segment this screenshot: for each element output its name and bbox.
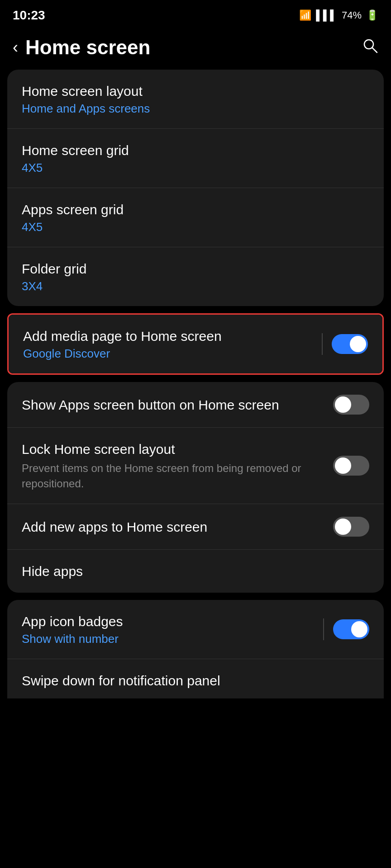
setting-text-apps-grid: Apps screen grid 4X5 xyxy=(22,201,369,234)
setting-subtitle-folder-grid: 3X4 xyxy=(22,279,369,293)
toggle-knob-lock xyxy=(335,458,351,474)
svg-line-1 xyxy=(372,48,377,52)
setting-title-media: Add media page to Home screen xyxy=(23,327,313,345)
setting-text-lock: Lock Home screen layout Prevent items on… xyxy=(22,440,326,491)
setting-subtitle-badges: Show with number xyxy=(22,632,314,646)
setting-text-home-grid: Home screen grid 4X5 xyxy=(22,142,369,175)
section-badges: App icon badges Show with number Swipe d… xyxy=(7,600,384,698)
section-toggles: Show Apps screen button on Home screen L… xyxy=(7,382,384,593)
wifi-icon: 📶 xyxy=(299,9,311,21)
setting-title-layout: Home screen layout xyxy=(22,82,369,100)
setting-subtitle-home-grid: 4X5 xyxy=(22,161,369,175)
setting-title-swipe: Swipe down for notification panel xyxy=(22,672,369,689)
status-bar: 10:23 📶 ▌▌▌ 74% 🔋 xyxy=(0,0,391,27)
toggle-knob-badges xyxy=(351,621,367,637)
setting-title-badges: App icon badges xyxy=(22,613,314,630)
setting-add-media-page[interactable]: Add media page to Home screen Google Dis… xyxy=(9,315,382,373)
battery-icon: 🔋 xyxy=(366,9,378,21)
battery-level: 74% xyxy=(342,9,362,21)
toggle-media-page[interactable] xyxy=(332,334,368,354)
setting-title-apps-grid: Apps screen grid xyxy=(22,201,369,218)
setting-subtitle-apps-grid: 4X5 xyxy=(22,220,369,234)
status-time: 10:23 xyxy=(13,8,45,23)
setting-title-add-apps: Add new apps to Home screen xyxy=(22,518,333,536)
toggle-add-apps[interactable] xyxy=(333,517,369,537)
setting-folder-grid[interactable]: Folder grid 3X4 xyxy=(7,247,384,306)
setting-show-apps-btn[interactable]: Show Apps screen button on Home screen xyxy=(7,382,384,428)
toggle-knob-show-apps xyxy=(335,396,351,413)
setting-subtitle-lock: Prevent items on the Home screen from be… xyxy=(22,461,326,491)
header-left: ‹ Home screen xyxy=(13,36,150,59)
search-button[interactable] xyxy=(362,38,378,58)
section-layout: Home screen layout Home and Apps screens… xyxy=(7,70,384,306)
setting-subtitle-layout: Home and Apps screens xyxy=(22,102,369,116)
setting-title-show-apps: Show Apps screen button on Home screen xyxy=(22,396,333,414)
page-header: ‹ Home screen xyxy=(0,27,391,70)
setting-hide-apps[interactable]: Hide apps xyxy=(7,550,384,593)
separator-line-badges xyxy=(323,618,324,640)
signal-icon: ▌▌▌ xyxy=(316,9,337,21)
setting-subtitle-media: Google Discover xyxy=(23,347,313,361)
setting-title-hide-apps: Hide apps xyxy=(22,562,369,580)
setting-app-badges[interactable]: App icon badges Show with number xyxy=(7,600,384,659)
setting-title-home-grid: Home screen grid xyxy=(22,142,369,159)
setting-home-grid[interactable]: Home screen grid 4X5 xyxy=(7,129,384,188)
setting-apps-grid[interactable]: Apps screen grid 4X5 xyxy=(7,188,384,247)
setting-text-show-apps: Show Apps screen button on Home screen xyxy=(22,396,333,414)
status-icons: 📶 ▌▌▌ 74% 🔋 xyxy=(299,9,378,21)
setting-title-folder-grid: Folder grid xyxy=(22,260,369,278)
highlight-border: Add media page to Home screen Google Dis… xyxy=(7,313,384,375)
svg-point-0 xyxy=(364,40,373,49)
toggle-show-apps[interactable] xyxy=(333,395,369,415)
setting-text-media: Add media page to Home screen Google Dis… xyxy=(23,327,313,361)
setting-text-layout: Home screen layout Home and Apps screens xyxy=(22,82,369,116)
toggle-badges[interactable] xyxy=(333,619,369,639)
setting-add-new-apps[interactable]: Add new apps to Home screen xyxy=(7,504,384,550)
toggle-knob-media xyxy=(350,336,366,352)
back-button[interactable]: ‹ xyxy=(13,38,18,57)
setting-text-folder-grid: Folder grid 3X4 xyxy=(22,260,369,293)
setting-text-hide-apps: Hide apps xyxy=(22,562,369,580)
setting-title-lock: Lock Home screen layout xyxy=(22,440,326,458)
toggle-lock-layout[interactable] xyxy=(333,456,369,476)
setting-text-swipe: Swipe down for notification panel xyxy=(22,672,369,689)
toggle-knob-add-apps xyxy=(335,519,351,535)
separator-line xyxy=(322,333,323,355)
setting-text-badges: App icon badges Show with number xyxy=(22,613,314,646)
setting-lock-layout[interactable]: Lock Home screen layout Prevent items on… xyxy=(7,428,384,504)
setting-text-add-apps: Add new apps to Home screen xyxy=(22,518,333,536)
setting-swipe-notification[interactable]: Swipe down for notification panel xyxy=(7,659,384,698)
page-title: Home screen xyxy=(25,36,150,59)
setting-home-screen-layout[interactable]: Home screen layout Home and Apps screens xyxy=(7,70,384,129)
